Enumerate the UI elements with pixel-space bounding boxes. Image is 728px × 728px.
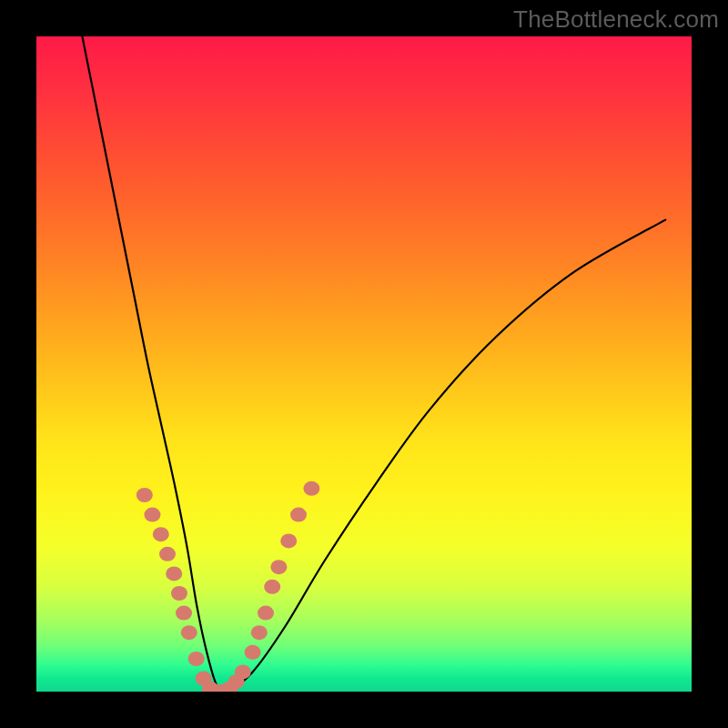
curve-svg [36, 36, 692, 692]
marker-dot [270, 560, 287, 574]
marker-dot [245, 645, 261, 660]
marker-dot [258, 606, 274, 621]
marker-dot [166, 566, 182, 581]
marker-dot [235, 664, 251, 679]
watermark-text: TheBottleneck.com [513, 5, 719, 34]
marker-dot [251, 625, 268, 640]
highlight-points [136, 481, 320, 692]
marker-dot [144, 508, 160, 522]
marker-dot [153, 527, 169, 541]
marker-dot [181, 625, 197, 640]
marker-dot [176, 606, 192, 621]
marker-dot [159, 547, 176, 561]
marker-dot [280, 533, 297, 548]
marker-dot [303, 481, 319, 496]
marker-dot [171, 586, 187, 601]
chart-frame: TheBottleneck.com [0, 0, 728, 728]
plot-area [36, 36, 692, 692]
marker-dot [290, 508, 307, 522]
marker-dot [188, 652, 205, 666]
marker-dot [136, 488, 153, 502]
bottleneck-curve [82, 36, 665, 692]
marker-dot [264, 580, 280, 594]
